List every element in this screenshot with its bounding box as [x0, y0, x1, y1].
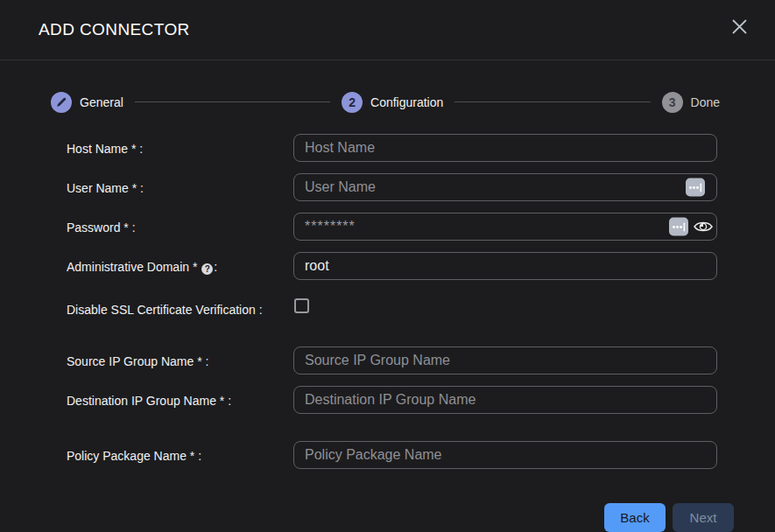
admin-domain-input[interactable] [293, 252, 717, 280]
policy-package-label: Policy Package Name * : [67, 441, 293, 466]
stepper-connector-line [135, 102, 330, 102]
admin-domain-label: Administrative Domain * ?: [67, 252, 293, 276]
add-connector-dialog: ADD CONNECTOR General 2 Configuration 3 [0, 0, 775, 532]
show-password-eye-icon[interactable] [693, 220, 714, 234]
next-button[interactable]: Next [673, 503, 734, 532]
close-icon[interactable] [726, 13, 752, 39]
admin-domain-row: Administrative Domain * ?: [67, 252, 717, 280]
source-ip-label: Source IP Group Name * : [67, 346, 293, 371]
dialog-title: ADD CONNECTOR [39, 20, 726, 39]
connector-form: Host Name * : User Name * : [0, 134, 775, 503]
ellipsis-picker-icon[interactable] [686, 178, 705, 197]
password-input[interactable] [293, 213, 717, 241]
ssl-verification-label: Disable SSL Certificate Verification : [67, 295, 293, 319]
step-general-label: General [80, 95, 123, 109]
ssl-verification-row: Disable SSL Certificate Verification : [67, 295, 717, 338]
user-name-label: User Name * : [67, 173, 293, 198]
admin-domain-label-colon: : [214, 260, 217, 274]
dialog-header: ADD CONNECTOR [0, 0, 775, 60]
ellipsis-picker-icon[interactable] [669, 218, 688, 236]
step-done[interactable]: 3 Done [662, 92, 720, 113]
step-configuration[interactable]: 2 Configuration [342, 92, 443, 113]
ssl-verification-checkbox[interactable] [294, 298, 309, 313]
help-icon[interactable]: ? [201, 263, 213, 275]
policy-package-row: Policy Package Name * : [67, 441, 717, 469]
step-3-badge: 3 [662, 92, 683, 113]
stepper-connector-line [454, 102, 650, 102]
step-configuration-label: Configuration [370, 95, 443, 109]
destination-ip-label: Destination IP Group Name * : [67, 386, 293, 410]
destination-ip-input[interactable] [293, 386, 717, 414]
step-done-label: Done [691, 95, 720, 109]
user-name-input[interactable] [293, 173, 717, 201]
dialog-footer: Back Next [0, 503, 734, 532]
pencil-icon [51, 92, 72, 113]
source-ip-input[interactable] [293, 346, 717, 374]
wizard-stepper: General 2 Configuration 3 Done [51, 91, 720, 113]
back-button[interactable]: Back [604, 503, 666, 532]
password-row: Password * : [67, 213, 717, 241]
policy-package-input[interactable] [293, 441, 717, 469]
destination-ip-row: Destination IP Group Name * : [67, 386, 717, 429]
host-name-row: Host Name * : [67, 134, 717, 162]
step-2-badge: 2 [342, 92, 363, 113]
source-ip-row: Source IP Group Name * : [67, 346, 717, 374]
host-name-label: Host Name * : [67, 134, 293, 158]
step-general[interactable]: General [51, 92, 123, 113]
admin-domain-label-text: Administrative Domain * [67, 260, 197, 274]
host-name-input[interactable] [293, 134, 717, 162]
user-name-row: User Name * : [67, 173, 717, 201]
password-label: Password * : [67, 213, 293, 237]
